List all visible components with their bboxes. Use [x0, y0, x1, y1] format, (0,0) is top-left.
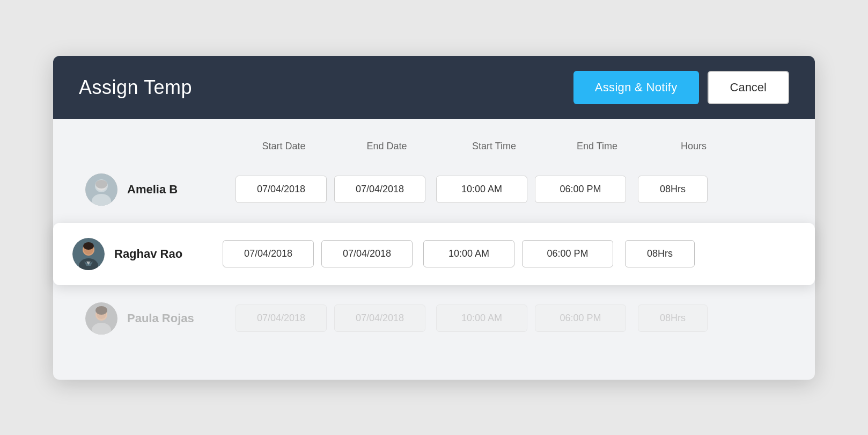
assign-notify-button[interactable]: Assign & Notify	[573, 71, 699, 104]
hours-paula-rojas: 08Hrs	[638, 305, 708, 332]
col-header-end-date: End Date	[339, 141, 435, 152]
start-time-paula-rojas: 10:00 AM	[436, 305, 527, 332]
avatar-amelia-b	[85, 173, 117, 206]
start-date-amelia-b[interactable]: 07/04/2018	[236, 176, 327, 203]
fields-paula-rojas: 07/04/2018 07/04/2018 10:00 AM 06:00 PM …	[236, 305, 708, 332]
modal-title: Assign Temp	[79, 76, 192, 99]
modal-body: Start Date End Date Start Time End Time …	[53, 119, 815, 380]
person-row-paula-rojas: Paula Rojas 07/04/2018 07/04/2018 10:00 …	[85, 289, 783, 347]
fields-amelia-b: 07/04/2018 07/04/2018 10:00 AM 06:00 PM …	[236, 176, 708, 203]
person-info-paula-rojas: Paula Rojas	[85, 302, 236, 335]
end-time-amelia-b[interactable]: 06:00 PM	[535, 176, 626, 203]
start-date-paula-rojas: 07/04/2018	[236, 305, 327, 332]
hours-amelia-b[interactable]: 08Hrs	[638, 176, 708, 203]
svg-point-17	[95, 306, 107, 315]
col-header-end-time: End Time	[549, 141, 645, 152]
cancel-button[interactable]: Cancel	[708, 71, 789, 104]
person-rows: Amelia B 07/04/2018 07/04/2018 10:00 AM …	[85, 161, 783, 347]
start-date-raghav-rao[interactable]: 07/04/2018	[223, 240, 314, 267]
svg-point-4	[95, 180, 107, 189]
end-date-amelia-b[interactable]: 07/04/2018	[334, 176, 425, 203]
column-headers: Start Date End Date Start Time End Time …	[236, 141, 783, 161]
person-info-amelia-b: Amelia B	[85, 173, 236, 206]
start-time-raghav-rao[interactable]: 10:00 AM	[423, 240, 514, 267]
col-header-start-date: Start Date	[236, 141, 332, 152]
end-date-paula-rojas: 07/04/2018	[334, 305, 425, 332]
start-time-amelia-b[interactable]: 10:00 AM	[436, 176, 527, 203]
person-row-raghav-rao[interactable]: Raghav Rao 07/04/2018 07/04/2018 10:00 A…	[53, 223, 815, 285]
col-header-hours: Hours	[656, 141, 731, 152]
fields-raghav-rao: 07/04/2018 07/04/2018 10:00 AM 06:00 PM …	[223, 240, 695, 267]
col-header-start-time: Start Time	[446, 141, 542, 152]
end-date-raghav-rao[interactable]: 07/04/2018	[321, 240, 413, 267]
hours-raghav-rao[interactable]: 08Hrs	[625, 240, 695, 267]
person-name-raghav-rao: Raghav Rao	[114, 247, 182, 261]
person-row-amelia-b: Amelia B 07/04/2018 07/04/2018 10:00 AM …	[85, 161, 783, 219]
avatar-paula-rojas	[85, 302, 117, 335]
person-name-amelia-b: Amelia B	[127, 183, 178, 197]
person-name-paula-rojas: Paula Rojas	[127, 311, 194, 325]
modal-header: Assign Temp Assign & Notify Cancel	[53, 56, 815, 119]
modal: Assign Temp Assign & Notify Cancel Start…	[53, 56, 815, 380]
header-actions: Assign & Notify Cancel	[573, 71, 789, 104]
avatar-raghav-rao	[72, 238, 105, 270]
end-time-paula-rojas: 06:00 PM	[535, 305, 626, 332]
person-info-raghav-rao: Raghav Rao	[72, 238, 223, 270]
end-time-raghav-rao[interactable]: 06:00 PM	[522, 240, 613, 267]
svg-point-9	[83, 242, 94, 250]
